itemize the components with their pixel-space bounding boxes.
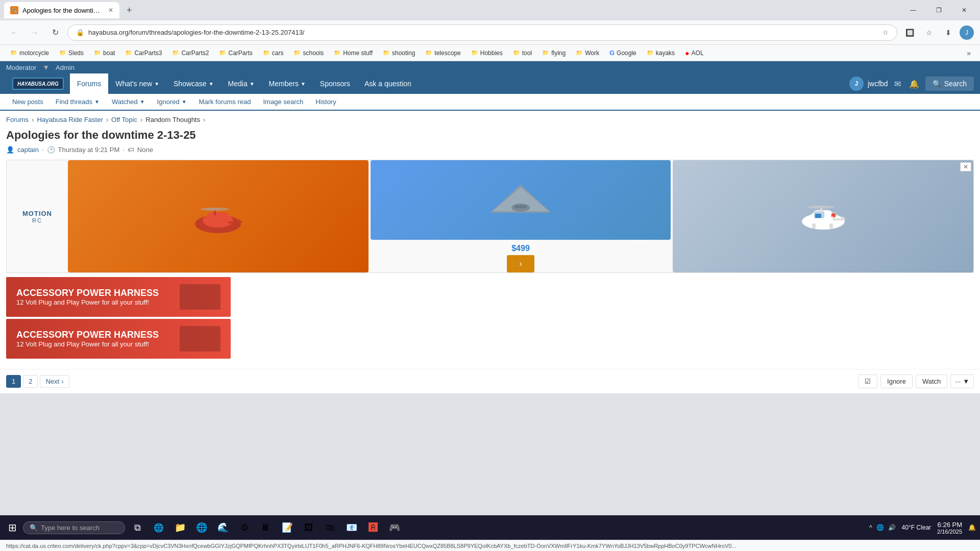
banner-ad-2-subtitle: 12 Volt Plug and Play Power for all your… [16,340,159,348]
next-page-button[interactable]: Next › [40,375,69,388]
watch-button[interactable]: Watch [916,374,947,388]
taskbar-notepad[interactable]: 📝 [277,517,298,538]
taskbar-store[interactable]: 🛍 [320,517,340,538]
search-button[interactable]: 🔍 Search [925,77,974,91]
taskbar-file-explorer[interactable]: 📁 [170,517,190,538]
bookmark-tool[interactable]: 📁 tool [509,48,536,58]
sub-nav-mark-forums-read[interactable]: Mark forums read [193,94,257,110]
sub-nav-ignored[interactable]: Ignored ▼ [151,94,193,110]
favorites-button[interactable]: ☆ [921,24,937,41]
address-bar[interactable]: 🔒 hayabusa.org/forum/threads/apologies-f… [67,24,897,41]
bookmark-motorcycle[interactable]: 📁 motorcycle [6,48,53,58]
taskbar-app-game[interactable]: 🎮 [384,517,405,538]
google-icon: G [609,49,615,57]
refresh-button[interactable]: ↻ [47,24,63,41]
media-dropdown-icon: ▼ [250,81,255,87]
taskbar-chrome[interactable]: 🌐 [191,517,212,538]
messages-icon[interactable]: ✉ [892,77,903,91]
nav-item-sponsors[interactable]: Sponsors [313,73,357,94]
taskbar-search[interactable]: 🔍 Type here to search [23,521,125,534]
thread-date: Thursday at 9:21 PM [58,146,120,154]
close-button[interactable]: ✕ [952,2,976,18]
taskbar-calculator[interactable]: 🖩 [256,517,276,538]
nav-item-forums[interactable]: Forums [70,73,108,94]
nav-item-members[interactable]: Members ▼ [262,73,313,94]
network-icon[interactable]: 🌐 [876,524,884,531]
profile-button[interactable]: J [960,26,974,40]
banner-ad-1[interactable]: ACCESSORY POWER HARNESS 12 Volt Plug and… [6,277,231,317]
site-logo[interactable]: HAYABUSA.ORG [6,73,70,94]
bookmark-sleds[interactable]: 📁 Sleds [55,48,88,58]
breadcrumb-forums[interactable]: Forums [6,116,29,123]
taskbar-task-view[interactable]: ⧉ [127,517,148,538]
admin-link[interactable]: Admin [56,64,75,71]
thread-author[interactable]: captain [17,146,39,154]
sub-nav-history[interactable]: History [309,94,342,110]
banner-ad-2[interactable]: ACCESSORY POWER HARNESS 12 Volt Plug and… [6,319,231,359]
aol-icon: ● [685,49,689,57]
bookmark-shooting[interactable]: 📁 shooting [379,48,419,58]
nav-item-whats-new[interactable]: What's new ▼ [108,73,166,94]
bookmark-schools[interactable]: 📁 schools [289,48,328,58]
start-button[interactable]: ⊞ [4,519,21,536]
bookmark-aol[interactable]: ● AOL [681,48,707,58]
bookmark-google[interactable]: G Google [605,48,641,58]
notepad-icon: 📝 [282,522,293,533]
sub-nav-new-posts[interactable]: New posts [6,94,50,110]
page-2-button[interactable]: 2 [23,375,38,388]
volume-icon[interactable]: 🔊 [888,524,896,531]
taskbar-widgets[interactable]: 🌐 [149,517,169,538]
sub-nav-find-threads[interactable]: Find threads ▼ [50,94,106,110]
bookmark-star[interactable]: ☆ [883,29,889,36]
browser-tab[interactable]: 🔧 Apologies for the downtime 2... ✕ [4,2,119,18]
bookmark-boat[interactable]: 📁 boat [90,48,119,58]
ad-close-button[interactable]: ✕ [960,162,971,171]
bookmark-carparts[interactable]: 📁 CarParts [215,48,256,58]
taskbar-time[interactable]: 6:26 PM 2/16/2025 [937,521,962,535]
sub-nav-image-search[interactable]: Image search [257,94,309,110]
bookmark-hobbies[interactable]: 📁 Hobbies [467,48,507,58]
notification-center-icon[interactable]: 🔔 [968,524,976,531]
store-icon: 🛍 [326,522,335,533]
ad-cta-button[interactable]: › [507,255,534,272]
extensions-button[interactable]: 🔲 [901,24,918,41]
taskbar-settings[interactable]: ⚙ [234,517,255,538]
forward-button[interactable]: → [27,24,43,41]
url-text: hayabusa.org/forum/threads/apologies-for… [88,29,878,36]
bookmark-telescope[interactable]: 📁 telescope [421,48,464,58]
checkmark-button[interactable]: ☑ [858,374,877,388]
new-tab-button[interactable]: + [122,3,136,18]
bookmarks-more-button[interactable]: » [964,48,974,58]
moderator-link[interactable]: Moderator [6,64,36,71]
breadcrumb-hayabusa-ride-faster[interactable]: Hayabusa Ride Faster [37,116,103,123]
bookmark-kayaks[interactable]: 📁 kayaks [643,48,679,58]
bookmark-work[interactable]: 📁 Work [572,48,603,58]
chevron-up-icon[interactable]: ^ [869,524,872,531]
more-actions-button[interactable]: ··· ▼ [950,374,974,388]
back-button[interactable]: ← [6,24,22,41]
bookmark-cars[interactable]: 📁 cars [259,48,288,58]
page-1-button[interactable]: 1 [6,375,21,388]
tab-close-button[interactable]: ✕ [108,7,113,14]
nav-item-ask-question[interactable]: Ask a question [357,73,419,94]
maximize-button[interactable]: ❐ [927,2,950,18]
taskbar-apps: ⧉ 🌐 📁 🌐 🌊 ⚙ 🖩 📝 🖼 🛍 📧 [127,517,405,538]
window-controls: — ❐ ✕ [901,2,976,18]
bookmark-flying[interactable]: 📁 flying [538,48,570,58]
bookmark-homestuff[interactable]: 📁 Home stuff [330,48,377,58]
nav-username[interactable]: jwcfbd [868,80,888,88]
breadcrumb-off-topic[interactable]: Off Topic [111,116,137,123]
sub-nav-watched[interactable]: Watched ▼ [106,94,151,110]
bookmark-carparts3[interactable]: 📁 CarParts3 [121,48,166,58]
taskbar-edge[interactable]: 🌊 [213,517,233,538]
notifications-icon[interactable]: 🔔 [907,77,921,91]
taskbar-app-red[interactable]: 🅰 [363,517,383,538]
nav-item-showcase[interactable]: Showcase ▼ [166,73,221,94]
taskbar-mail[interactable]: 📧 [341,517,362,538]
ignore-button[interactable]: Ignore [880,374,913,388]
minimize-button[interactable]: — [901,2,925,18]
taskbar-photos[interactable]: 🖼 [299,517,319,538]
bookmark-carparts2[interactable]: 📁 CarParts2 [168,48,213,58]
downloads-button[interactable]: ⬇ [940,24,957,41]
nav-item-media[interactable]: Media ▼ [221,73,262,94]
